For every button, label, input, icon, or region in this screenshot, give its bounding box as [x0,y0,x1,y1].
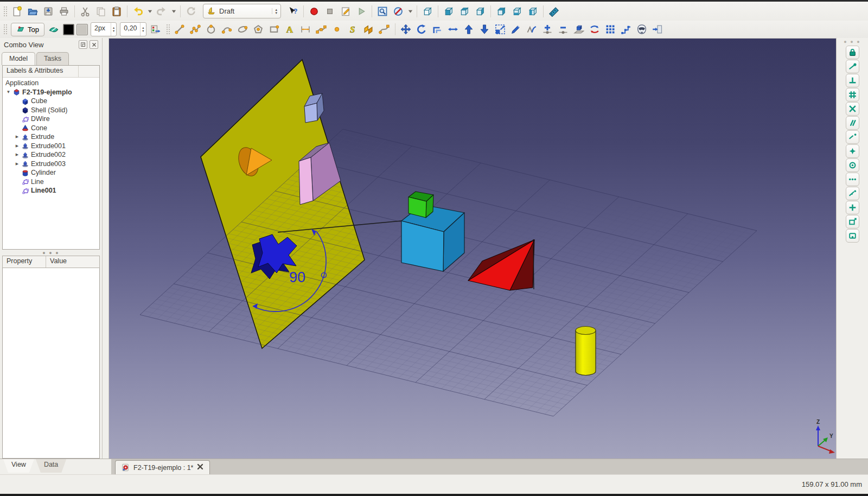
draft-edit-button[interactable] [509,22,524,36]
snap-working-plane-button[interactable] [846,215,859,228]
draft-downgrade-button[interactable] [477,22,492,36]
panel-viewport-splitter[interactable] [103,38,108,459]
snap-near-button[interactable] [846,187,859,200]
view-right-button[interactable] [473,4,488,18]
macro-record-button[interactable] [307,4,322,18]
draft-dimension-button[interactable] [298,22,313,36]
refresh-button[interactable] [183,4,199,18]
snap-endpoint-button[interactable] [846,60,859,73]
workbench-spin-arrows[interactable]: ▴▾ [272,8,277,14]
draft-rotate-button[interactable] [414,22,429,36]
green-cube[interactable] [409,192,433,218]
macro-stop-button[interactable] [322,4,337,18]
tree-row[interactable]: Cone [3,124,99,133]
line-color-swatch[interactable] [63,24,74,35]
collapse-caret-icon[interactable]: ▼ [6,90,11,94]
snap-parallel-button[interactable] [846,116,859,130]
snap-lock-button[interactable] [846,46,859,59]
panel-splitter[interactable]: ● ● ● [0,250,102,256]
cut-button[interactable] [78,4,93,18]
draft-rectangle-button[interactable] [267,22,282,36]
tree-row[interactable]: ▶Extrude [3,132,99,142]
view-rear-button[interactable] [494,4,509,18]
autogroup-button[interactable] [47,22,61,36]
view-axonometric-button[interactable] [420,4,435,18]
expand-caret-icon[interactable]: ▶ [15,135,20,139]
draft-point-button[interactable] [330,22,344,36]
macro-edit-button[interactable] [338,4,353,18]
draft-clone-button[interactable] [635,22,649,36]
3d-scene[interactable]: 90 [108,38,836,457]
draft-scale-button[interactable] [493,22,508,36]
view-front-button[interactable] [441,4,456,18]
draft-offset-button[interactable] [430,22,445,36]
macro-run-button[interactable] [354,4,369,18]
apply-style-button[interactable] [149,22,163,36]
snap-intersection-button[interactable] [846,102,859,116]
view-bottom-button[interactable] [509,4,525,18]
draft-polygon-button[interactable] [251,22,266,36]
tree-row[interactable]: ▶Extrude001 [3,142,99,151]
draft-circle-button[interactable] [204,22,219,36]
zoom-fit-button[interactable] [375,4,390,18]
text-scale-arrows[interactable]: ▴▾ [140,23,145,36]
tree-row[interactable]: Line [3,177,99,187]
3d-viewport[interactable]: 90 [108,38,836,459]
close-panel-button[interactable] [90,40,98,49]
toolbar-handle[interactable]: ● ● ● [844,39,860,46]
save-file-button[interactable] [41,4,56,18]
tree-row[interactable]: Line001 [3,186,99,195]
draw-style-button[interactable] [391,4,406,18]
draft-upgrade-button[interactable] [462,22,476,36]
redo-more-button[interactable] [170,4,177,18]
tree-row[interactable]: ▶Extrude003 [3,160,99,169]
working-plane-button[interactable]: Top [11,23,44,36]
tree-row[interactable]: DWire [3,115,99,124]
expand-caret-icon[interactable]: ▶ [15,144,20,148]
snap-perpendicular-button[interactable] [846,74,859,87]
draft-array-button[interactable] [603,22,618,36]
paste-button[interactable] [109,4,124,18]
workbench-selector[interactable]: Draft ▴▾ [203,4,281,18]
draft-add-point-button[interactable] [540,22,555,36]
toolbar-handle[interactable] [166,24,170,35]
blue-cube[interactable] [401,205,464,271]
undo-button[interactable] [130,4,145,18]
draft-to-sketch-button[interactable] [588,22,602,36]
draft-facebinder-button[interactable] [361,22,376,36]
tree-row[interactable]: Shell (Solid) [3,106,99,115]
draw-style-more-button[interactable] [406,4,414,18]
document-tab[interactable]: F2-T19-ejemplo : 1* [115,460,210,474]
text-scale-spinbox[interactable]: 0,20 ▴▾ [120,22,146,36]
copy-button[interactable] [93,4,108,18]
redo-button[interactable] [154,4,169,18]
draft-shapestring-button[interactable]: S [346,22,360,36]
measure-distance-button[interactable] [546,4,561,18]
draft-bezier-button[interactable] [377,22,392,36]
new-file-button[interactable] [9,4,24,18]
snap-midpoint-button[interactable] [846,144,859,158]
draft-heal-button[interactable] [650,22,665,36]
snap-dimensions-button[interactable] [846,229,859,243]
toolbar-handle[interactable] [3,6,7,17]
face-color-swatch[interactable] [76,24,88,35]
draft-line-button[interactable] [173,22,187,36]
draft-move-button[interactable] [399,22,413,36]
property-table-body[interactable] [2,268,100,459]
tab-model[interactable]: Model [2,52,35,65]
red-pyramid[interactable] [468,240,534,290]
expand-caret-icon[interactable]: ▶ [15,152,20,157]
draft-trimex-button[interactable] [446,22,461,36]
tree-row[interactable]: Cube [3,97,99,106]
close-tab-button[interactable] [197,463,203,472]
line-width-spinbox[interactable]: 2px ▴▾ [91,22,117,36]
line-width-arrows[interactable]: ▴▾ [111,23,116,36]
tab-tasks[interactable]: Tasks [36,52,69,65]
whats-this-button[interactable]: ? [285,4,301,18]
draft-bspline-button[interactable] [314,22,329,36]
snap-special-button[interactable] [846,173,859,186]
float-panel-button[interactable] [79,40,87,49]
tree-row[interactable]: ▶Extrude002 [3,150,99,160]
view-top-button[interactable] [457,4,472,18]
tab-data[interactable]: Data [36,459,66,473]
